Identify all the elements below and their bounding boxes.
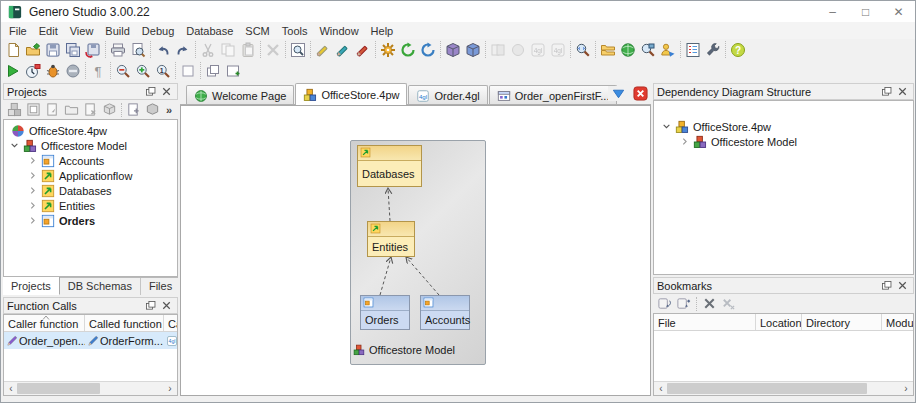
diagram-node-entities[interactable]: Entities bbox=[367, 221, 415, 257]
square-tool-icon[interactable] bbox=[178, 61, 198, 80]
profiler-icon[interactable] bbox=[23, 61, 43, 80]
print-icon[interactable] bbox=[108, 40, 128, 59]
pencil-yellow-icon[interactable] bbox=[313, 40, 333, 59]
x-light-icon[interactable] bbox=[719, 295, 738, 312]
menu-help[interactable]: Help bbox=[365, 24, 400, 38]
column-header-location[interactable]: Location bbox=[756, 314, 802, 330]
cut-icon[interactable] bbox=[198, 40, 218, 59]
print-preview-icon[interactable] bbox=[128, 40, 148, 59]
checklist-icon[interactable] bbox=[683, 40, 703, 59]
package-blue-icon[interactable] bbox=[463, 40, 483, 59]
chevron-right-icon[interactable] bbox=[24, 184, 40, 197]
close-panel-icon[interactable] bbox=[894, 85, 910, 99]
diff-icon[interactable] bbox=[488, 40, 508, 59]
chevron-right-icon[interactable] bbox=[24, 214, 40, 227]
chevron-right-icon[interactable] bbox=[24, 169, 40, 182]
bm-scroll-thumb[interactable] bbox=[667, 383, 867, 394]
copy-icon[interactable] bbox=[218, 40, 238, 59]
menu-file[interactable]: File bbox=[3, 24, 33, 38]
toolbar-overflow-button[interactable]: » bbox=[166, 104, 172, 116]
close-panel-icon[interactable] bbox=[158, 299, 174, 313]
scroll-left-arrow[interactable]: ‹ bbox=[4, 382, 18, 395]
tree-item-accounts[interactable]: Accounts bbox=[4, 153, 177, 168]
chevron-down-icon[interactable] bbox=[658, 120, 674, 133]
frame-page-icon[interactable] bbox=[24, 101, 43, 118]
folder-yellow-icon[interactable] bbox=[598, 40, 618, 59]
chevron-right-icon[interactable] bbox=[676, 135, 692, 148]
redo-icon[interactable] bbox=[173, 40, 193, 59]
package-purple-icon[interactable] bbox=[443, 40, 463, 59]
open-project-icon[interactable] bbox=[23, 40, 43, 59]
save-icon[interactable] bbox=[43, 40, 63, 59]
column-header-file[interactable]: File bbox=[654, 314, 756, 330]
float-panel-icon[interactable] bbox=[142, 299, 158, 313]
blocks-gray-icon[interactable] bbox=[5, 101, 24, 118]
panel-tab-projects[interactable]: Projects bbox=[3, 277, 60, 295]
column-header-cal[interactable]: Cal bbox=[164, 315, 178, 331]
tree-item-databases[interactable]: Databases bbox=[4, 183, 177, 198]
run-icon[interactable] bbox=[3, 61, 23, 80]
scroll-left-arrow[interactable]: ‹ bbox=[654, 382, 668, 395]
pilcrow-icon[interactable]: ¶ bbox=[88, 61, 108, 80]
scroll-right-arrow[interactable]: › bbox=[163, 382, 177, 395]
page-plus-icon[interactable] bbox=[124, 101, 143, 118]
bm-next-icon[interactable] bbox=[674, 295, 693, 312]
tree-item-officestore-4pw[interactable]: OfficeStore.4pw bbox=[4, 123, 177, 138]
close-button[interactable]: ✕ bbox=[882, 1, 915, 22]
x-dark-icon[interactable] bbox=[700, 295, 719, 312]
tree-item-applicationflow[interactable]: Applicationflow bbox=[4, 168, 177, 183]
function-call-row[interactable]: Order_open...OrderForm...4gl bbox=[4, 332, 177, 349]
maximize-button[interactable]: □ bbox=[849, 1, 882, 22]
pencil-red-icon[interactable] bbox=[353, 40, 373, 59]
win-new-icon[interactable] bbox=[223, 61, 243, 80]
pencil-cyan-icon[interactable] bbox=[333, 40, 353, 59]
tree-item-entities[interactable]: Entities bbox=[4, 198, 177, 213]
menu-debug[interactable]: Debug bbox=[136, 24, 180, 38]
menu-database[interactable]: Database bbox=[180, 24, 239, 38]
editor-tab-welcome-page[interactable]: Welcome Page bbox=[186, 85, 294, 105]
cube-diag-icon[interactable] bbox=[100, 101, 119, 118]
float-panel-icon[interactable] bbox=[878, 85, 894, 99]
column-header-directory[interactable]: Directory bbox=[802, 314, 882, 330]
search-code-icon[interactable] bbox=[573, 40, 593, 59]
new-file-icon[interactable] bbox=[3, 40, 23, 59]
fc-hscrollbar[interactable]: ‹ › bbox=[4, 381, 177, 395]
diagram-canvas[interactable]: DatabasesEntitiesOrdersAccountsOfficesto… bbox=[180, 105, 651, 396]
column-header-caller-function[interactable]: Caller function bbox=[4, 315, 85, 331]
editor-tab-order-openfirstf-[interactable]: Order_openFirstF... bbox=[489, 85, 618, 105]
fc-scroll-thumb[interactable] bbox=[17, 383, 100, 394]
minimize-button[interactable]: – bbox=[816, 1, 849, 22]
float-panel-icon[interactable] bbox=[878, 279, 894, 293]
gl4-tool-icon[interactable]: 4gl bbox=[528, 40, 548, 59]
wrench-icon[interactable] bbox=[703, 40, 723, 59]
tree-item-orders[interactable]: Orders bbox=[4, 213, 177, 228]
paste-icon[interactable] bbox=[238, 40, 258, 59]
scroll-right-arrow[interactable]: › bbox=[899, 382, 913, 395]
editor-tab-order-4gl[interactable]: 4glOrder.4gl bbox=[408, 85, 487, 105]
menu-scm[interactable]: SCM bbox=[239, 24, 275, 38]
save-sync-icon[interactable] bbox=[83, 40, 103, 59]
chevron-right-icon[interactable] bbox=[24, 199, 40, 212]
editor-tab-officestore-4pw[interactable]: OfficeStore.4pw bbox=[295, 83, 407, 105]
menu-edit[interactable]: Edit bbox=[33, 24, 64, 38]
debug-bug-icon[interactable] bbox=[43, 61, 63, 80]
stop-icon[interactable] bbox=[63, 61, 83, 80]
panel-tab-db-schemas[interactable]: DB Schemas bbox=[60, 278, 141, 295]
close-panel-icon[interactable] bbox=[894, 279, 910, 293]
close-panel-icon[interactable] bbox=[158, 85, 174, 99]
float-panel-icon[interactable] bbox=[142, 85, 158, 99]
zoom-in-icon[interactable] bbox=[133, 61, 153, 80]
folder-closed-icon[interactable] bbox=[62, 101, 81, 118]
win-cascade-icon[interactable] bbox=[203, 61, 223, 80]
tree-item-officestore-model[interactable]: Officestore Model bbox=[4, 138, 177, 153]
tree-item-officestore-4pw[interactable]: OfficeStore.4pw bbox=[654, 119, 913, 134]
menu-tools[interactable]: Tools bbox=[276, 24, 314, 38]
bm-prev-icon[interactable] bbox=[655, 295, 674, 312]
chevron-down-icon[interactable] bbox=[6, 139, 22, 152]
column-header-module[interactable]: Module bbox=[882, 314, 914, 330]
page-x-icon[interactable] bbox=[81, 101, 100, 118]
zoom-out-icon[interactable] bbox=[113, 61, 133, 80]
build-icon[interactable] bbox=[508, 40, 528, 59]
diagram-node-orders[interactable]: Orders bbox=[360, 295, 410, 330]
menu-window[interactable]: Window bbox=[313, 24, 364, 38]
